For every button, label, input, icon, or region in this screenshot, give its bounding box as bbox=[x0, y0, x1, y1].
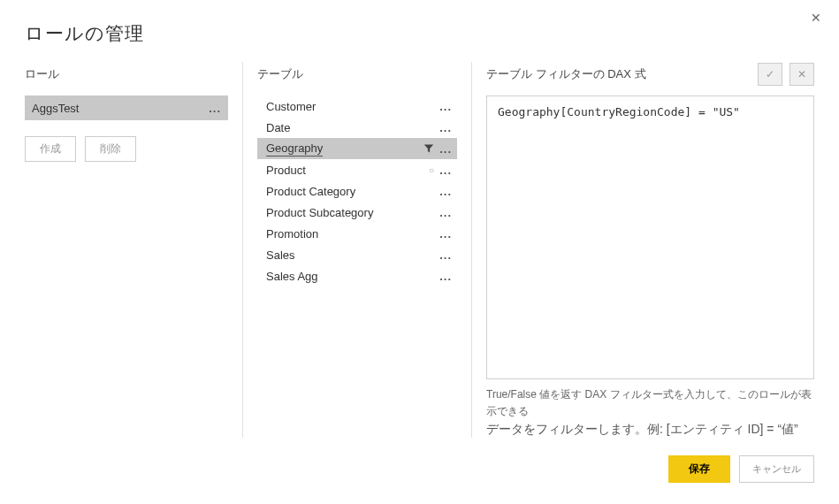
divider bbox=[471, 62, 472, 438]
role-item[interactable]: AggsTest ... bbox=[25, 95, 228, 120]
ellipsis-icon[interactable]: ... bbox=[439, 185, 452, 198]
table-item-customer[interactable]: Customer ... bbox=[257, 95, 457, 117]
table-item-product-category[interactable]: Product Category ... bbox=[257, 180, 457, 202]
dax-header: テーブル フィルターの DAX 式 bbox=[486, 66, 646, 82]
dialog-footer: 保存 キャンセル bbox=[25, 455, 814, 486]
table-name: Geography bbox=[266, 141, 323, 157]
dax-help-text-1: True/False 値を返す DAX フィルター式を入力して、このロールが表示… bbox=[486, 386, 814, 420]
main-area: ロール AggsTest ... 作成 削除 テーブル Customer ...… bbox=[25, 62, 814, 438]
filter-icon bbox=[423, 143, 434, 154]
revert-button[interactable]: ✕ bbox=[789, 63, 814, 86]
tables-header: テーブル bbox=[257, 62, 457, 87]
ellipsis-icon[interactable]: ... bbox=[439, 142, 452, 156]
table-item-product[interactable]: Product ○... bbox=[257, 159, 457, 180]
table-name: Promotion bbox=[266, 227, 318, 241]
dax-header-buttons: ✓ ✕ bbox=[758, 63, 814, 86]
table-name: Date bbox=[266, 121, 290, 134]
table-name: Product Subcategory bbox=[266, 206, 373, 219]
manage-roles-dialog: ロールの管理 ロール AggsTest ... 作成 削除 テーブル Custo… bbox=[0, 0, 839, 504]
cancel-button[interactable]: キャンセル bbox=[739, 455, 814, 483]
table-list: Customer ... Date ... Geography ... Prod… bbox=[257, 95, 457, 286]
ellipsis-icon[interactable]: ... bbox=[439, 227, 452, 241]
dax-header-row: テーブル フィルターの DAX 式 ✓ ✕ bbox=[486, 62, 814, 87]
table-name: Product bbox=[266, 164, 306, 177]
ellipsis-icon[interactable]: ... bbox=[439, 248, 452, 262]
table-item-promotion[interactable]: Promotion ... bbox=[257, 223, 457, 244]
save-button[interactable]: 保存 bbox=[668, 455, 730, 483]
role-actions: 作成 削除 bbox=[25, 136, 228, 162]
dax-column: テーブル フィルターの DAX 式 ✓ ✕ Geography[CountryR… bbox=[486, 62, 814, 438]
table-name: Sales bbox=[266, 248, 295, 262]
table-item-sales[interactable]: Sales ... bbox=[257, 244, 457, 265]
dax-expression-editor[interactable]: Geography[CountryRegionCode] = "US" bbox=[486, 95, 814, 379]
table-item-geography[interactable]: Geography ... bbox=[257, 138, 457, 159]
ellipsis-icon[interactable]: ... bbox=[439, 206, 452, 219]
roles-header: ロール bbox=[25, 62, 228, 87]
role-name: AggsTest bbox=[32, 102, 79, 115]
tables-column: テーブル Customer ... Date ... Geography ... bbox=[257, 62, 457, 438]
ellipsis-icon[interactable]: ... bbox=[439, 121, 452, 134]
table-item-sales-agg[interactable]: Sales Agg ... bbox=[257, 265, 457, 286]
table-item-date[interactable]: Date ... bbox=[257, 117, 457, 138]
roles-column: ロール AggsTest ... 作成 削除 bbox=[25, 62, 228, 438]
confirm-button[interactable]: ✓ bbox=[758, 63, 782, 86]
table-name: Product Category bbox=[266, 185, 355, 198]
table-name: Customer bbox=[266, 100, 316, 113]
table-name: Sales Agg bbox=[266, 270, 318, 283]
dax-help-text-2: データをフィルターします。例: [エンティティ ID] = “値” bbox=[486, 422, 814, 438]
delete-role-button[interactable]: 削除 bbox=[85, 136, 136, 162]
close-icon[interactable]: ✕ bbox=[805, 7, 827, 28]
ellipsis-icon[interactable]: ... bbox=[439, 270, 452, 283]
ellipsis-icon[interactable]: ... bbox=[209, 102, 221, 115]
ellipsis-icon[interactable]: ... bbox=[439, 100, 452, 113]
create-role-button[interactable]: 作成 bbox=[25, 136, 76, 162]
dialog-title: ロールの管理 bbox=[25, 21, 814, 46]
ellipsis-icon[interactable]: ... bbox=[439, 164, 452, 177]
dot-icon: ○ bbox=[429, 165, 434, 175]
table-item-product-subcategory[interactable]: Product Subcategory ... bbox=[257, 202, 457, 223]
divider bbox=[242, 62, 243, 438]
